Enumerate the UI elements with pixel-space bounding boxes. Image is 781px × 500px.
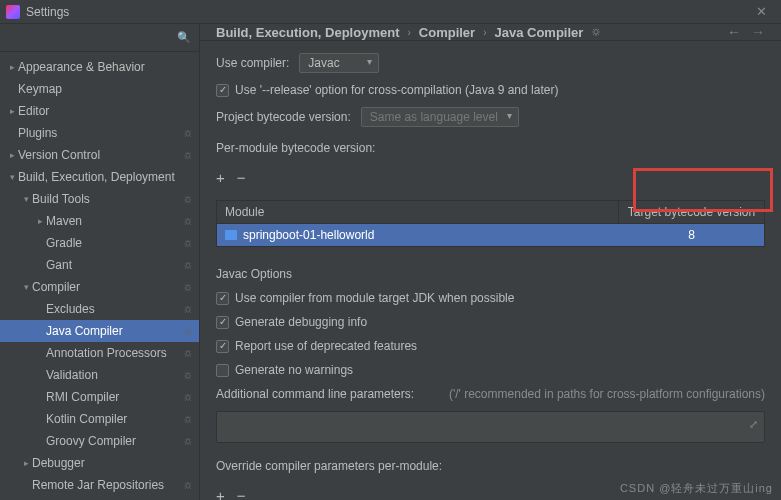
close-icon[interactable]: ✕ [747,4,775,19]
sidebar-item-label: Java Compiler [46,324,183,338]
chevron-icon: ▸ [6,106,18,116]
sidebar-item-java-compiler[interactable]: Java Compiler⛭ [0,320,199,342]
sidebar-item-label: Groovy Compiler [46,434,183,448]
sidebar-item-gant[interactable]: Gant⛭ [0,254,199,276]
javac-options-section: Javac Options [216,267,765,281]
search-bar[interactable]: 🔍 [0,24,199,52]
remove-button: − [237,487,246,500]
chevron-icon: ▸ [34,216,46,226]
gear-icon: ⛭ [183,480,193,491]
app-icon [6,5,20,19]
sidebar-item-deployment[interactable]: ▸Deployment⛭ [0,496,199,500]
use-compiler-select[interactable]: Javac [299,53,379,73]
checkbox-icon[interactable] [216,292,229,305]
crumb-1[interactable]: Build, Execution, Deployment [216,25,399,40]
sidebar-item-label: Build Tools [32,192,183,206]
sidebar-item-compiler[interactable]: ▾Compiler⛭ [0,276,199,298]
table-row[interactable]: springboot-01-helloworld 8 [217,224,764,246]
sidebar-item-excludes[interactable]: Excludes⛭ [0,298,199,320]
sidebar-item-label: Build, Execution, Deployment [18,170,193,184]
expand-icon[interactable]: ⤢ [749,418,758,431]
gear-icon: ⛭ [183,348,193,359]
sidebar: 🔍 ▸Appearance & BehaviorKeymap▸EditorPlu… [0,24,200,500]
window-title: Settings [26,5,747,19]
th-target[interactable]: Target bytecode version [619,201,764,223]
sidebar-item-label: Gradle [46,236,183,250]
project-bytecode-select[interactable]: Same as language level [361,107,519,127]
chevron-icon: ▾ [20,194,32,204]
sidebar-item-gradle[interactable]: Gradle⛭ [0,232,199,254]
chevron-icon: ▾ [6,172,18,182]
checkbox-icon[interactable] [216,340,229,353]
sidebar-item-validation[interactable]: Validation⛭ [0,364,199,386]
opt-module-jdk[interactable]: Use compiler from module target JDK when… [216,291,765,305]
sidebar-item-label: Appearance & Behavior [18,60,193,74]
additional-params-hint: ('/' recommended in paths for cross-plat… [449,387,765,401]
gear-icon: ⛭ [183,326,193,337]
back-icon[interactable]: ← [727,24,741,40]
additional-params-field[interactable]: ⤢ [216,411,765,443]
th-module[interactable]: Module [217,201,619,223]
sidebar-item-rmi-compiler[interactable]: RMI Compiler⛭ [0,386,199,408]
checkbox-icon[interactable] [216,364,229,377]
sidebar-item-keymap[interactable]: Keymap [0,78,199,100]
sidebar-item-editor[interactable]: ▸Editor [0,100,199,122]
sidebar-item-debugger[interactable]: ▸Debugger [0,452,199,474]
gear-icon: ⛭ [183,392,193,403]
opt-no-warnings[interactable]: Generate no warnings [216,363,765,377]
sidebar-item-label: Validation [46,368,183,382]
sidebar-item-label: Excludes [46,302,183,316]
use-compiler-label: Use compiler: [216,56,289,70]
sidebar-item-label: Gant [46,258,183,272]
checkbox-icon[interactable] [216,316,229,329]
crumb-2[interactable]: Compiler [419,25,475,40]
sidebar-item-label: Keymap [18,82,193,96]
titlebar: Settings ✕ [0,0,781,24]
add-button[interactable]: + [216,169,225,186]
checkbox-icon[interactable] [216,84,229,97]
sidebar-item-label: Maven [46,214,183,228]
sidebar-item-label: Kotlin Compiler [46,412,183,426]
chevron-right-icon: › [407,27,410,38]
target-cell[interactable]: 8 [619,224,764,246]
module-toolbar: + − [216,165,765,190]
sidebar-item-label: Plugins [18,126,183,140]
sidebar-item-label: Editor [18,104,193,118]
project-bytecode-label: Project bytecode version: [216,110,351,124]
chevron-icon: ▸ [20,458,32,468]
gear-icon: ⛭ [183,216,193,227]
chevron-icon: ▾ [20,282,32,292]
per-module-label: Per-module bytecode version: [216,141,765,155]
sidebar-item-label: Remote Jar Repositories [32,478,183,492]
add-button[interactable]: + [216,487,225,500]
sidebar-item-appearance-behavior[interactable]: ▸Appearance & Behavior [0,56,199,78]
gear-icon: ⛭ [183,128,193,139]
sidebar-item-build-tools[interactable]: ▾Build Tools⛭ [0,188,199,210]
gear-icon: ⛭ [183,260,193,271]
breadcrumb: Build, Execution, Deployment › Compiler … [200,24,781,41]
gear-icon: ⛭ [183,414,193,425]
sidebar-item-label: Annotation Processors [46,346,183,360]
sidebar-item-groovy-compiler[interactable]: Groovy Compiler⛭ [0,430,199,452]
sidebar-item-version-control[interactable]: ▸Version Control⛭ [0,144,199,166]
opt-debug-info[interactable]: Generate debugging info [216,315,765,329]
sidebar-item-maven[interactable]: ▸Maven⛭ [0,210,199,232]
gear-icon[interactable]: ⛭ [591,26,602,38]
release-option-check[interactable]: Use '--release' option for cross-compila… [216,83,765,97]
remove-button[interactable]: − [237,169,246,186]
sidebar-item-plugins[interactable]: Plugins⛭ [0,122,199,144]
module-table: Module Target bytecode version springboo… [216,200,765,247]
chevron-right-icon: › [483,27,486,38]
settings-tree: ▸Appearance & BehaviorKeymap▸EditorPlugi… [0,52,199,500]
crumb-3: Java Compiler [495,25,584,40]
sidebar-item-annotation-processors[interactable]: Annotation Processors⛭ [0,342,199,364]
search-input[interactable] [8,31,177,45]
sidebar-item-label: RMI Compiler [46,390,183,404]
sidebar-item-remote-jar-repositories[interactable]: Remote Jar Repositories⛭ [0,474,199,496]
module-icon [225,230,237,240]
search-icon[interactable]: 🔍 [177,31,191,44]
sidebar-item-build-execution-deployment[interactable]: ▾Build, Execution, Deployment [0,166,199,188]
sidebar-item-kotlin-compiler[interactable]: Kotlin Compiler⛭ [0,408,199,430]
opt-deprecated[interactable]: Report use of deprecated features [216,339,765,353]
override-label: Override compiler parameters per-module: [216,459,765,473]
